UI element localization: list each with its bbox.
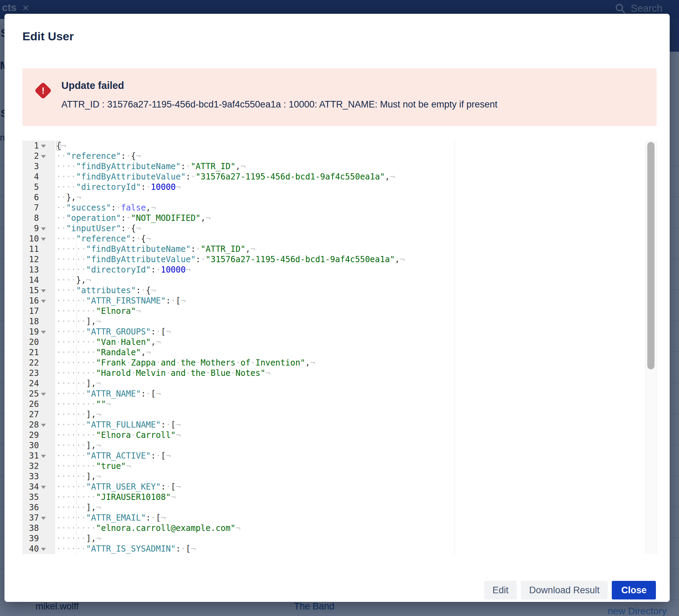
code-line[interactable]: ········"Harold·Melvin·and·the·Blue·Note… xyxy=(55,368,270,378)
modal-footer: Edit Download Result Close xyxy=(484,581,656,599)
code-line[interactable]: ······"ATTR_NAME":·[¬ xyxy=(55,389,161,399)
code-line[interactable]: ······"findByAttributeName":·"ATTR_ID",¬ xyxy=(55,244,255,254)
scrollbar-thumb[interactable] xyxy=(647,142,655,369)
line-number: 24 xyxy=(22,378,39,389)
fold-arrow-icon[interactable] xyxy=(41,393,46,396)
indent-guide xyxy=(76,430,77,440)
code-line[interactable]: ········"Elnora·Carroll"¬ xyxy=(55,430,181,440)
code-line[interactable]: ······"ATTR_ACTIVE":·[¬ xyxy=(55,451,171,461)
indent-guide xyxy=(76,347,77,358)
fold-arrow-icon[interactable] xyxy=(41,486,46,489)
indent-guide xyxy=(76,451,77,461)
gutter-line: 9 xyxy=(22,223,55,234)
code-line[interactable]: ··"operation":·"NOT_MODIFIED",¬ xyxy=(55,213,211,223)
code-line[interactable]: ········"true"¬ xyxy=(55,461,131,471)
gutter-line: 16 xyxy=(22,296,55,306)
line-number: 28 xyxy=(22,420,39,430)
code-line[interactable]: ······],¬ xyxy=(55,409,101,420)
code-line[interactable]: {¬ xyxy=(55,141,66,151)
fold-arrow-icon[interactable] xyxy=(41,300,46,303)
fold-arrow-icon[interactable] xyxy=(41,227,46,230)
editor-code-area[interactable]: {¬··"reference":·{¬····"findByAttributeN… xyxy=(55,141,645,554)
code-line[interactable]: ······"findByAttributeValue":·"31576a27-… xyxy=(55,254,405,265)
code-line[interactable]: ········"Van·Halen",¬ xyxy=(55,337,161,347)
code-line[interactable]: ··"inputUser":·{¬ xyxy=(55,223,141,234)
indent-guide xyxy=(76,440,77,451)
code-line[interactable]: ····"reference":·{¬ xyxy=(55,234,151,244)
fold-arrow-icon[interactable] xyxy=(41,424,46,427)
indent-guide xyxy=(76,254,77,265)
gutter-line: 28 xyxy=(22,420,55,430)
code-line[interactable]: ······],¬ xyxy=(55,471,101,482)
indent-guide xyxy=(76,420,77,430)
code-line[interactable]: ······],¬ xyxy=(55,502,101,513)
fold-arrow-icon[interactable] xyxy=(41,145,46,148)
line-number: 13 xyxy=(22,265,39,275)
download-result-button[interactable]: Download Result xyxy=(521,581,608,599)
code-line[interactable]: ··"reference":·{¬ xyxy=(55,151,141,161)
gutter-line: 23 xyxy=(22,368,55,378)
indent-guide xyxy=(76,378,77,389)
code-line[interactable]: ··"success":·false,¬ xyxy=(55,203,156,213)
code-line[interactable]: ······"ATTR_IS_SYSADMIN":·[¬ xyxy=(55,544,196,554)
gutter-line: 36 xyxy=(22,502,55,513)
fold-arrow-icon[interactable] xyxy=(41,289,46,292)
code-line[interactable]: ······"ATTR_EMAIL":·[¬ xyxy=(55,513,166,523)
gutter-line: 1 xyxy=(22,141,55,151)
code-line[interactable]: ····"findByAttributeValue":·"31576a27-11… xyxy=(55,172,395,182)
gutter-line: 19 xyxy=(22,327,55,337)
code-line[interactable]: ······"ATTR_FIRSTNAME":·[¬ xyxy=(55,296,186,306)
gutter-line: 24 xyxy=(22,378,55,389)
gutter-line: 37 xyxy=(22,513,55,523)
line-number: 14 xyxy=(22,275,39,285)
code-line[interactable]: ········""¬ xyxy=(55,399,111,409)
edit-button[interactable]: Edit xyxy=(484,581,517,599)
code-line[interactable]: ····},¬ xyxy=(55,275,91,285)
code-line[interactable]: ······"ATTR_GROUPS":·[¬ xyxy=(55,327,171,337)
error-banner-title: Update failed xyxy=(61,80,124,91)
close-button[interactable]: Close xyxy=(612,581,656,599)
modal-title: Edit User xyxy=(22,30,74,43)
editor-vertical-scrollbar[interactable] xyxy=(645,141,657,554)
gutter-line: 31 xyxy=(22,451,55,461)
fold-arrow-icon[interactable] xyxy=(41,548,46,551)
code-line[interactable]: ········"Randale",¬ xyxy=(55,347,151,358)
code-line[interactable]: ······],¬ xyxy=(55,440,101,451)
code-line[interactable]: ······],¬ xyxy=(55,316,101,327)
fold-arrow-icon[interactable] xyxy=(41,238,46,241)
code-line[interactable]: ········"Elnora"¬ xyxy=(55,306,141,316)
json-code-editor[interactable]: 1234567891011121314151617181920212223242… xyxy=(22,141,657,554)
indent-guide xyxy=(76,492,77,502)
fold-arrow-icon[interactable] xyxy=(41,155,46,158)
indent-guide xyxy=(76,306,77,316)
line-number: 7 xyxy=(22,203,39,213)
gutter-line: 4 xyxy=(22,172,55,182)
line-number: 6 xyxy=(22,192,39,203)
code-line[interactable]: ······"ATTR_FULLNAME":·[¬ xyxy=(55,420,181,430)
line-number: 25 xyxy=(22,389,39,399)
indent-guide xyxy=(76,389,77,399)
fold-arrow-icon[interactable] xyxy=(41,331,46,334)
print-margin-line xyxy=(455,141,455,554)
edit-user-modal: Edit User ! Update failed ATTR_ID : 3157… xyxy=(4,14,670,602)
code-line[interactable]: ··},¬ xyxy=(55,192,81,203)
line-number: 30 xyxy=(22,440,39,451)
code-line[interactable]: ····"findByAttributeName":·"ATTR_ID",¬ xyxy=(55,161,245,172)
line-number: 3 xyxy=(22,161,39,172)
code-line[interactable]: ······"ATTR_USER_KEY":·[¬ xyxy=(55,482,181,492)
code-line[interactable]: ······"directoryId":·10000¬ xyxy=(55,265,191,275)
line-number: 21 xyxy=(22,347,39,358)
fold-arrow-icon[interactable] xyxy=(41,517,46,520)
code-line[interactable]: ········"JIRAUSER10108"¬ xyxy=(55,492,176,502)
line-number: 9 xyxy=(22,223,39,234)
code-line[interactable]: ······],¬ xyxy=(55,533,101,544)
code-line[interactable]: ······],¬ xyxy=(55,378,101,389)
code-line[interactable]: ········"Frank·Zappa·and·the·Mothers·of·… xyxy=(55,358,315,368)
gutter-line: 14 xyxy=(22,275,55,285)
indent-guide xyxy=(76,482,77,492)
fold-arrow-icon[interactable] xyxy=(41,455,46,458)
code-line[interactable]: ········"elnora.carroll@example.com"¬ xyxy=(55,523,241,533)
code-line[interactable]: ····"attributes":·{¬ xyxy=(55,285,156,296)
gutter-line: 10 xyxy=(22,234,55,244)
code-line[interactable]: ····"directoryId":·10000¬ xyxy=(55,182,181,192)
